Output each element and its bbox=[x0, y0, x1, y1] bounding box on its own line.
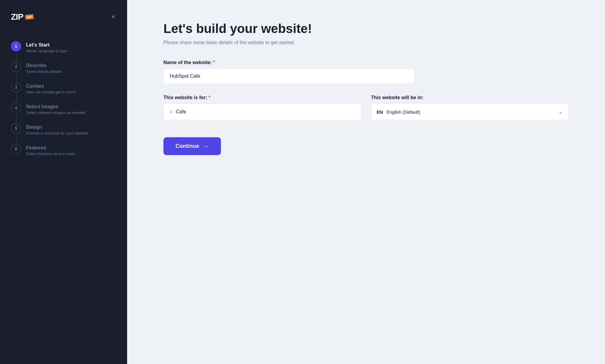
step-item-3[interactable]: 3 Contact How can people get in touch bbox=[11, 78, 116, 99]
sidebar: ZIP WP × 1 Let's Start Name, language & … bbox=[0, 0, 127, 364]
steps-nav: 1 Let's Start Name, language & type 2 De… bbox=[0, 34, 127, 160]
step-subtitle-6: Select features as you need bbox=[26, 151, 75, 156]
step-text-3: Contact How can people get in touch bbox=[26, 82, 76, 94]
type-tag-value: Cafe bbox=[176, 109, 186, 115]
step-subtitle-5: Choose a structure for your website bbox=[26, 131, 88, 135]
step-number-4: 4 bbox=[11, 103, 21, 113]
step-text-4: Select Images Select relevant images as … bbox=[26, 103, 85, 115]
name-required: * bbox=[213, 60, 215, 65]
step-subtitle-2: Some details please bbox=[26, 69, 61, 74]
type-tag-input[interactable]: ✕ Cafe bbox=[163, 103, 361, 120]
logo-badge: WP bbox=[25, 14, 34, 20]
lang-name: English (Default) bbox=[386, 109, 420, 115]
step-title-2: Describe bbox=[26, 63, 61, 68]
step-item-5[interactable]: 5 Design Choose a structure for your web… bbox=[11, 119, 116, 140]
step-number-6: 6 bbox=[11, 144, 21, 154]
step-title-1: Let's Start bbox=[26, 42, 67, 48]
arrow-right-icon: → bbox=[203, 143, 209, 150]
step-text-6: Features Select features as you need bbox=[26, 144, 75, 156]
type-required: * bbox=[209, 95, 210, 100]
main-content: Let's build your website! Please share s… bbox=[127, 0, 605, 364]
logo: ZIP WP bbox=[11, 12, 33, 22]
form-section: Name of the website:* This website is fo… bbox=[163, 60, 569, 155]
name-form-group: Name of the website:* bbox=[163, 60, 569, 84]
page-subtitle: Please share some basic details of the w… bbox=[163, 40, 569, 45]
chevron-down-icon: ⌄ bbox=[558, 109, 563, 115]
step-subtitle-3: How can people get in touch bbox=[26, 90, 76, 94]
sidebar-header: ZIP WP × bbox=[0, 0, 127, 34]
continue-button[interactable]: Continue → bbox=[163, 137, 221, 155]
step-text-1: Let's Start Name, language & type bbox=[26, 41, 67, 53]
continue-label: Continue bbox=[176, 143, 199, 149]
step-item-6[interactable]: 6 Features Select features as you need bbox=[11, 140, 116, 160]
step-number-5: 5 bbox=[11, 123, 21, 134]
step-number-2: 2 bbox=[11, 62, 21, 72]
lang-code: EN bbox=[377, 109, 383, 115]
step-subtitle-1: Name, language & type bbox=[26, 49, 67, 53]
step-item-2[interactable]: 2 Describe Some details please bbox=[11, 57, 116, 78]
step-item-1[interactable]: 1 Let's Start Name, language & type bbox=[11, 37, 116, 57]
lang-label: This website will be in: bbox=[371, 95, 569, 100]
type-label: This website is for:* bbox=[163, 95, 361, 100]
step-text-5: Design Choose a structure for your websi… bbox=[26, 123, 88, 135]
step-item-4[interactable]: 4 Select Images Select relevant images a… bbox=[11, 99, 116, 119]
page-title: Let's build your website! bbox=[163, 21, 569, 36]
logo-zip-text: ZIP bbox=[11, 12, 23, 22]
step-text-2: Describe Some details please bbox=[26, 62, 61, 74]
name-label: Name of the website:* bbox=[163, 60, 569, 65]
two-col-row: This website is for:* ✕ Cafe This websit… bbox=[163, 95, 569, 120]
step-title-4: Select Images bbox=[26, 104, 85, 109]
step-subtitle-4: Select relevant images as needed bbox=[26, 110, 85, 115]
step-title-6: Features bbox=[26, 145, 75, 151]
lang-form-group: This website will be in: EN English (Def… bbox=[371, 95, 569, 120]
close-button[interactable]: × bbox=[110, 12, 116, 21]
step-number-3: 3 bbox=[11, 82, 21, 93]
lang-select[interactable]: EN English (Default) ⌄ bbox=[371, 103, 569, 120]
step-number-1: 1 bbox=[11, 41, 21, 51]
tag-remove-icon[interactable]: ✕ bbox=[169, 109, 173, 114]
select-left: EN English (Default) bbox=[377, 109, 420, 115]
website-name-input[interactable] bbox=[163, 68, 415, 84]
type-form-group: This website is for:* ✕ Cafe bbox=[163, 95, 361, 120]
step-title-3: Contact bbox=[26, 83, 76, 89]
step-title-5: Design bbox=[26, 125, 88, 130]
